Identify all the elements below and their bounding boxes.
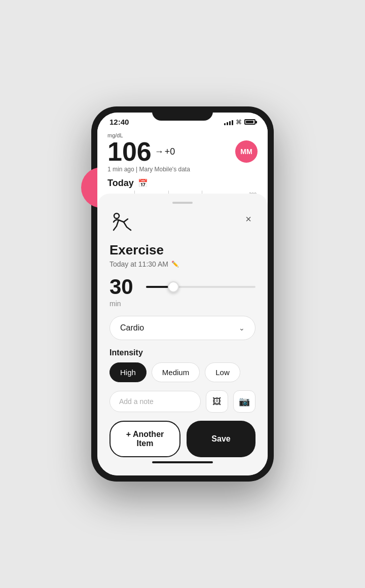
glucose-timestamp: 1 min ago | Mary Mobile's data — [107, 166, 258, 173]
delta-value: +0 — [165, 146, 175, 157]
phone-notch — [152, 106, 213, 121]
intensity-low-button[interactable]: Low — [205, 362, 240, 382]
exercise-icon — [110, 212, 136, 238]
gallery-icon: 🖼 — [212, 396, 222, 407]
wifi-icon: ⌘ — [236, 119, 242, 126]
battery-icon — [244, 119, 256, 125]
calendar-icon[interactable]: 📅 — [138, 178, 148, 188]
subtitle-text: Today at 11:30 AM — [110, 260, 168, 268]
intensity-medium-button[interactable]: Medium — [152, 362, 200, 382]
sheet-header: × — [110, 212, 256, 238]
another-item-button[interactable]: + Another Item — [110, 421, 180, 457]
phone-screen: 12:40 ⌘ mg/dL 106 — [97, 113, 268, 475]
edit-icon[interactable]: ✏️ — [171, 261, 179, 268]
close-button[interactable]: × — [241, 212, 256, 226]
intensity-buttons: High Medium Low — [110, 362, 256, 382]
chevron-down-icon: ⌄ — [239, 324, 245, 332]
arrow-delta: → +0 — [155, 146, 175, 157]
date-row: Today 📅 — [107, 178, 258, 189]
camera-icon: 📷 — [239, 396, 250, 407]
dropdown-selected: Cardio — [120, 323, 144, 333]
exercise-type-dropdown[interactable]: Cardio ⌄ — [110, 316, 256, 340]
date-label: Today — [107, 178, 134, 189]
avatar-initials: MM — [240, 148, 252, 156]
avatar[interactable]: MM — [235, 140, 258, 163]
duration-value: 30 — [110, 276, 140, 298]
trend-arrow: → — [155, 146, 164, 157]
sheet-handle — [172, 202, 193, 204]
gallery-button[interactable]: 🖼 — [206, 390, 228, 413]
duration-unit: min — [110, 300, 256, 308]
note-row: Add a note 🖼 📷 — [110, 390, 256, 413]
sheet-title: Exercise — [110, 242, 256, 258]
note-input[interactable]: Add a note — [110, 391, 201, 412]
slider-thumb[interactable] — [168, 281, 179, 292]
home-indicator — [152, 461, 213, 463]
signal-icon — [224, 119, 233, 125]
save-button[interactable]: Save — [187, 421, 256, 457]
sheet-subtitle: Today at 11:30 AM ✏️ — [110, 260, 256, 268]
intensity-label: Intensity — [110, 348, 256, 357]
status-icons: ⌘ — [224, 119, 256, 126]
action-buttons: + Another Item Save — [110, 421, 256, 457]
glucose-value: 106 → +0 — [107, 138, 175, 165]
status-time: 12:40 — [110, 118, 129, 126]
svg-point-0 — [114, 213, 119, 218]
phone-frame: 12:40 ⌘ mg/dL 106 — [91, 106, 274, 482]
glucose-row: 106 → +0 MM — [107, 138, 258, 165]
duration-slider[interactable] — [146, 286, 256, 288]
duration-row: 30 — [110, 276, 256, 298]
note-placeholder: Add a note — [119, 397, 154, 406]
camera-button[interactable]: 📷 — [233, 390, 256, 413]
bottom-sheet: × Exercise Today at 11:30 AM ✏️ 30 min C… — [97, 194, 268, 475]
glucose-number: 106 — [107, 138, 152, 165]
intensity-high-button[interactable]: High — [110, 362, 147, 382]
